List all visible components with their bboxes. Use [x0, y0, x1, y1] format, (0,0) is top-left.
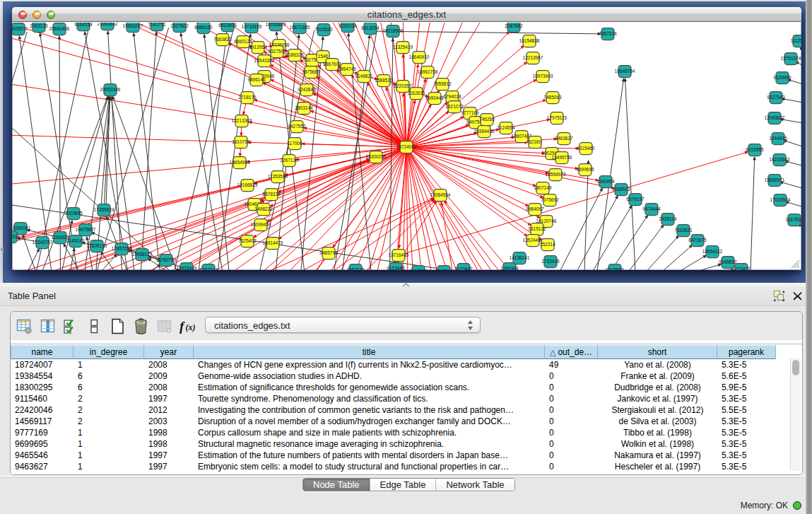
select-rows-icon[interactable]: [63, 318, 79, 334]
cell-short[interactable]: Nakamura et al. (1997): [598, 450, 717, 461]
directed-edge-black[interactable]: [106, 97, 110, 206]
tab-edge-table[interactable]: Edge Table: [370, 479, 437, 491]
cell-short[interactable]: Hescheler et al. (1997): [598, 461, 717, 472]
cell-title[interactable]: Embryonic stem cells: a model to study s…: [194, 461, 545, 472]
cell-in_degree[interactable]: 1: [73, 461, 144, 472]
directed-edge-black[interactable]: [679, 255, 706, 270]
cell-short[interactable]: Franke et al. (2009): [598, 370, 717, 382]
cell-year[interactable]: 2008: [144, 359, 194, 370]
directed-edge-black[interactable]: [141, 32, 156, 270]
directed-edge-black[interactable]: [73, 96, 108, 214]
cell-pagerank[interactable]: 5.3E-5: [717, 427, 776, 438]
cell-in_degree[interactable]: 1: [73, 359, 144, 370]
cell-out_de[interactable]: 0: [545, 393, 598, 404]
table-selector-dropdown[interactable]: citations_edges.txt: [205, 317, 481, 333]
directed-edge-black[interactable]: [97, 28, 168, 270]
cell-year[interactable]: 1997: [144, 450, 194, 461]
cell-title[interactable]: Estimation of significance thresholds fo…: [194, 382, 545, 393]
table-row[interactable]: 1938455462009Genome-wide association stu…: [11, 370, 776, 382]
show-column-icon[interactable]: [40, 318, 56, 334]
cell-out_de[interactable]: 0: [545, 382, 598, 393]
directed-edge-black[interactable]: [611, 215, 647, 270]
cell-short[interactable]: de Silva et al. (2003): [598, 416, 717, 427]
cell-out_de[interactable]: 0: [545, 404, 598, 416]
cell-short[interactable]: Yano et al. (2008): [598, 359, 717, 370]
directed-edge-black[interactable]: [71, 248, 75, 270]
table-row[interactable]: 946362711997Embryonic stem cells: a mode…: [11, 461, 776, 472]
cell-pagerank[interactable]: 5.3E-5: [717, 416, 776, 427]
cell-title[interactable]: Disruption of a novel member of a sodium…: [194, 416, 545, 427]
directed-edge-red[interactable]: [406, 147, 555, 157]
cell-year[interactable]: 1998: [144, 438, 194, 450]
directed-edge-black[interactable]: [204, 35, 229, 270]
cell-year[interactable]: 1997: [144, 393, 194, 404]
directed-edge-black[interactable]: [276, 32, 304, 270]
cell-name[interactable]: 14569117: [11, 416, 73, 427]
cell-in_degree[interactable]: 6: [73, 370, 144, 382]
directed-edge-red[interactable]: [406, 147, 599, 180]
directed-edge-red[interactable]: [254, 100, 407, 147]
table-row[interactable]: 946554611997Estimation of the future num…: [11, 450, 776, 461]
cell-pagerank[interactable]: 5.3E-5: [717, 359, 776, 370]
directed-edge-red[interactable]: [270, 198, 434, 270]
cell-pagerank[interactable]: 5.3E-5: [717, 438, 776, 450]
table-row[interactable]: 977716911998Corpus callosum shape and si…: [11, 427, 776, 438]
directed-edge-red[interactable]: [12, 84, 242, 121]
cell-in_degree[interactable]: 1: [73, 438, 144, 450]
cell-pagerank[interactable]: 5.6E-5: [717, 370, 776, 382]
table-row[interactable]: 2242004622012Investigating the contribut…: [11, 404, 776, 416]
cell-year[interactable]: 2009: [144, 370, 194, 382]
cell-in_degree[interactable]: 6: [73, 382, 144, 393]
directed-edge-black[interactable]: [181, 33, 223, 270]
cell-name[interactable]: 9465546: [11, 450, 73, 461]
cell-name[interactable]: 19384554: [11, 370, 73, 382]
cell-in_degree[interactable]: 1: [73, 427, 144, 438]
cell-year[interactable]: 2003: [144, 416, 194, 427]
cell-short[interactable]: Jankovic et al. (1997): [598, 393, 717, 404]
cell-in_degree[interactable]: 1: [73, 450, 144, 461]
cell-title[interactable]: Tourette syndrome. Phenomenology and cla…: [194, 393, 545, 404]
row-height-icon[interactable]: [86, 318, 102, 334]
memory-status-indicator[interactable]: [793, 501, 801, 510]
cell-name[interactable]: 22420046: [11, 404, 73, 416]
directed-edge-red[interactable]: [334, 199, 435, 270]
cell-in_degree[interactable]: 2: [73, 404, 144, 416]
network-canvas[interactable]: 1905572206313520691406916415421063532106…: [12, 23, 801, 270]
table-row[interactable]: 1872400712008Changes of HCN gene express…: [11, 359, 776, 370]
directed-edge-black[interactable]: [784, 141, 801, 146]
directed-edge-black[interactable]: [19, 36, 51, 270]
cell-pagerank[interactable]: 5.9E-5: [717, 382, 776, 393]
delete-rows-icon[interactable]: [133, 318, 149, 334]
cell-year[interactable]: 2012: [144, 404, 194, 416]
table-row[interactable]: 969969511998Structural magnetic resonanc…: [11, 438, 776, 450]
delete-table-disabled-icon[interactable]: [156, 318, 172, 334]
column-header-name[interactable]: name: [11, 345, 73, 359]
directed-edge-red[interactable]: [12, 24, 247, 98]
right-edge-scrollbar[interactable]: [806, 0, 812, 514]
cell-title[interactable]: Genome-wide association studies in ADHD.: [194, 370, 545, 382]
float-window-icon[interactable]: [773, 290, 785, 302]
tab-network-table[interactable]: Network Table: [436, 479, 514, 491]
cell-out_de[interactable]: 0: [545, 450, 598, 461]
cell-name[interactable]: 9777169: [11, 427, 73, 438]
column-header-year[interactable]: year: [144, 345, 194, 359]
cell-name[interactable]: 9463627: [11, 461, 73, 472]
table-row[interactable]: 1830029562008Estimation of significance …: [11, 382, 776, 393]
tab-node-table[interactable]: Node Table: [303, 479, 370, 491]
directed-edge-red[interactable]: [290, 147, 406, 270]
directed-edge-red[interactable]: [127, 23, 406, 147]
cell-name[interactable]: 18724007: [11, 359, 73, 370]
cell-name[interactable]: 18300295: [11, 382, 73, 393]
table-options-icon[interactable]: [16, 318, 33, 334]
cell-in_degree[interactable]: 2: [73, 393, 144, 404]
cell-pagerank[interactable]: 5.3E-5: [717, 461, 776, 472]
network-window-titlebar[interactable]: citations_edges.txt: [12, 7, 801, 22]
directed-edge-black[interactable]: [560, 188, 602, 270]
cell-short[interactable]: Dudbridge et al. (2008): [598, 382, 717, 393]
cell-name[interactable]: 9699695: [11, 438, 73, 450]
cell-title[interactable]: Estimation of the future numbers of pati…: [194, 450, 545, 461]
table-scrollbar-thumb[interactable]: [792, 360, 799, 375]
cell-title[interactable]: Corpus callosum shape and size in male p…: [194, 427, 545, 438]
cell-out_de[interactable]: 0: [545, 438, 598, 450]
cell-pagerank[interactable]: 5.3E-5: [717, 450, 776, 461]
